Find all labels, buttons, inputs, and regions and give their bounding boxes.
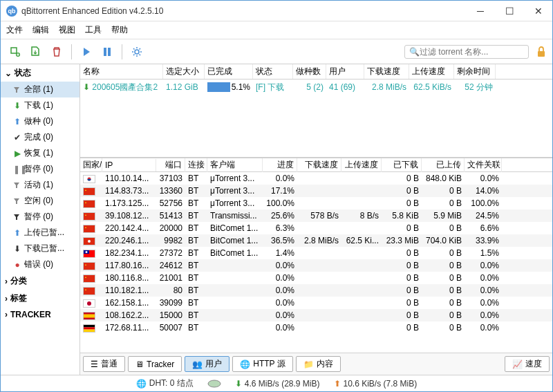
peer-col-8[interactable]: 已下载 [382, 158, 422, 172]
menu-视图[interactable]: 视图 [59, 24, 75, 36]
peer-row[interactable]: 117.80.16...24612BT0.0%0 B0 B0.0% [80, 259, 552, 272]
peer-row[interactable]: 1.173.125...52756BTμTorrent 3...100.0%0 … [80, 197, 552, 209]
sidebar-item-2[interactable]: ⬆做种 (0) [1, 113, 79, 129]
peer-row[interactable]: 172.68.11...50007BT0.0%0 B0 B0.0% [80, 321, 552, 334]
peer-row[interactable]: 180.116.8...21001BT0.0%0 B0 B0.0% [80, 272, 552, 284]
folder-icon: 📁 [303, 360, 314, 369]
torrent-col-8[interactable]: 剩余时间 [454, 64, 496, 79]
torrent-status: [F] 下载 [253, 80, 293, 95]
peer-dl [297, 252, 341, 254]
sidebar-item-icon [13, 198, 21, 205]
peer-row[interactable]: 110.10.14...37103BTμTorrent 3...0.0%0 B8… [80, 172, 552, 185]
peer-uld: 0 B [422, 322, 465, 333]
peer-col-0[interactable]: 国家/ [80, 158, 102, 172]
sidebar-item-1[interactable]: ⬇下载 (1) [1, 97, 79, 113]
torrent-col-4[interactable]: 做种数 [293, 64, 326, 79]
peer-col-1[interactable]: IP [102, 159, 156, 171]
peer-row[interactable]: 108.162.2...15000BT0.0%0 B0 B0.0% [80, 309, 552, 321]
search-box[interactable]: 🔍 [404, 45, 529, 59]
menu-编辑[interactable]: 编辑 [32, 24, 49, 36]
add-torrent-file-button[interactable] [27, 43, 45, 61]
peer-col-9[interactable]: 已上传 [422, 158, 465, 172]
torrent-col-3[interactable]: 状态 [253, 64, 293, 79]
add-torrent-link-button[interactable] [6, 43, 24, 61]
peer-ul [341, 290, 382, 291]
sidebar-item-4[interactable]: ▶恢复 (1) [1, 145, 79, 161]
tab-Tracker[interactable]: 🖥Tracker [128, 356, 182, 372]
close-button[interactable]: ✕ [530, 3, 547, 19]
peer-row[interactable]: 220.246.1...9982BTBitComet 1...36.5%2.8 … [80, 234, 552, 247]
peer-progress: 36.5% [263, 235, 297, 246]
tab-速度[interactable]: 📈速度 [505, 356, 550, 372]
peer-row[interactable]: 114.83.73...13360BTμTorrent 3...17.1%0 B… [80, 185, 552, 197]
sidebar-item-6[interactable]: 活动 (1) [1, 177, 79, 193]
tab-label: 内容 [317, 358, 333, 370]
sidebar-item-5[interactable]: ❚❚暂停 (0) [1, 161, 79, 177]
peer-rel: 0.0% [465, 285, 502, 296]
torrent-blank-area[interactable] [80, 95, 552, 157]
delete-button[interactable] [48, 43, 66, 61]
torrent-row[interactable]: ⬇ 200605國產合集21.12 GiB5.1%[F] 下载5 (2)41 (… [80, 80, 552, 95]
sidebar-category_header[interactable]: ›分类 [1, 272, 79, 290]
sidebar-tag_header[interactable]: ›标签 [1, 290, 79, 307]
tab-HTTP 源[interactable]: 🌐HTTP 源 [232, 356, 292, 372]
sidebar-item-3[interactable]: ✔完成 (0) [1, 129, 79, 145]
peer-progress: 1.4% [263, 248, 297, 259]
tab-用户[interactable]: 👥用户 [185, 356, 229, 372]
torrent-col-2[interactable]: 已完成 [205, 64, 253, 79]
search-icon: 🔍 [409, 47, 420, 57]
sidebar-item-8[interactable]: 暂停 (0) [1, 209, 79, 225]
peer-dld: 0 B [382, 297, 422, 308]
sidebar-item-0[interactable]: 全部 (1) [1, 82, 79, 97]
peer-col-6[interactable]: 下载速度 [297, 158, 341, 172]
sidebar-item-label: 全部 (1) [24, 84, 53, 95]
peer-ip: 172.68.11... [102, 322, 156, 333]
separator [122, 44, 122, 59]
sidebar-item-label: 上传已暂... [24, 227, 64, 239]
sidebar-item-label: 暂停 (0) [24, 163, 53, 175]
sidebar-item-7[interactable]: 空闲 (0) [1, 193, 79, 209]
pause-button[interactable] [98, 43, 116, 61]
sidebar-item-icon: ⬇ [13, 244, 21, 254]
resume-button[interactable] [77, 43, 95, 61]
tab-普通[interactable]: ☰普通 [83, 356, 125, 372]
sidebar-status-header[interactable]: ⌄状态 [1, 64, 79, 82]
sidebar-item-icon [13, 86, 21, 93]
torrent-col-1[interactable]: 选定大小 [163, 64, 205, 79]
peer-row[interactable]: 162.158.1...39099BT0.0%0 B0 B0.0% [80, 297, 552, 309]
peer-col-7[interactable]: 上传速度 [341, 158, 382, 172]
sidebar-item-label: 暂停 (0) [24, 211, 53, 223]
peer-row[interactable]: 39.108.12...51413BTTransmissi...25.6%578… [80, 209, 552, 222]
torrent-col-6[interactable]: 下载速度 [364, 64, 409, 79]
peer-progress: 0.0% [263, 272, 297, 283]
menu-工具[interactable]: 工具 [85, 24, 102, 36]
peer-row[interactable]: 220.142.4...20000BTBitComet 1...6.3%0 B0… [80, 222, 552, 234]
peer-dl [297, 178, 341, 179]
tab-内容[interactable]: 📁内容 [296, 356, 341, 372]
maximize-button[interactable]: ☐ [501, 3, 518, 19]
peer-col-5[interactable]: 进度 [263, 158, 297, 172]
menu-文件[interactable]: 文件 [6, 24, 23, 36]
peer-row[interactable]: 110.182.1...80BT0.0%0 B0 B0.0% [80, 284, 552, 297]
minimize-button[interactable]: ─ [472, 3, 489, 19]
lock-icon[interactable] [536, 46, 547, 57]
sidebar-item-10[interactable]: ⬇下载已暂... [1, 241, 79, 256]
peer-col-2[interactable]: 端口 [156, 158, 185, 172]
sidebar-item-icon: ⬇ [13, 101, 21, 111]
torrent-col-7[interactable]: 上传速度 [409, 64, 454, 79]
search-input[interactable] [420, 47, 524, 57]
peer-col-3[interactable]: 连接 [185, 158, 207, 172]
torrent-col-5[interactable]: 用户 [326, 64, 364, 79]
sidebar-tracker_header[interactable]: ›TRACKER [1, 307, 79, 322]
sidebar-item-9[interactable]: ⬆上传已暂... [1, 225, 79, 241]
peer-col-10[interactable]: 文件关联 [465, 158, 502, 172]
menu-帮助[interactable]: 帮助 [111, 24, 128, 36]
peer-conn: BT [185, 297, 207, 308]
peer-conn: BT [185, 260, 207, 271]
peer-col-4[interactable]: 客户端 [207, 158, 263, 172]
torrent-col-0[interactable]: 名称 [80, 64, 163, 79]
sidebar-item-11[interactable]: ●错误 (0) [1, 256, 79, 272]
peer-row[interactable]: 182.234.1...27372BTBitComet 1...1.4%0 B0… [80, 247, 552, 259]
tab-label: Tracker [147, 360, 174, 369]
settings-button[interactable] [128, 43, 146, 61]
